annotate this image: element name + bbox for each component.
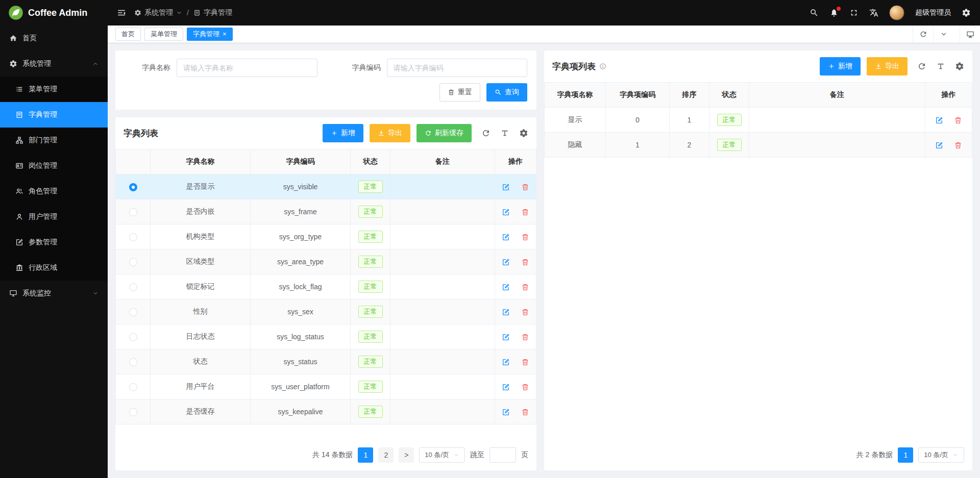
sidebar-item-menu-mgmt[interactable]: 菜单管理 bbox=[0, 77, 108, 102]
edit-icon[interactable] bbox=[502, 233, 510, 241]
column-settings-icon[interactable] bbox=[519, 129, 528, 138]
edit-icon[interactable] bbox=[502, 408, 510, 416]
row-radio[interactable] bbox=[129, 408, 137, 416]
refresh-icon[interactable] bbox=[481, 129, 491, 138]
page-size-select[interactable]: 10 条/页 bbox=[419, 447, 465, 463]
dict-table-row[interactable]: 用户平台 sys_user_platform 正常 bbox=[116, 374, 536, 399]
export-dict-item-button[interactable]: 导出 bbox=[867, 57, 908, 76]
row-radio[interactable] bbox=[129, 358, 137, 366]
translate-icon[interactable] bbox=[869, 8, 878, 17]
edit-icon[interactable] bbox=[502, 358, 510, 366]
delete-icon[interactable] bbox=[521, 208, 529, 216]
delete-icon[interactable] bbox=[521, 383, 529, 391]
sidebar-item-home[interactable]: 首页 bbox=[0, 26, 108, 51]
breadcrumb-system-mgmt[interactable]: 系统管理 bbox=[134, 8, 182, 17]
chevron-down-icon bbox=[453, 452, 459, 458]
sidebar-item-role-mgmt[interactable]: 角色管理 bbox=[0, 179, 108, 204]
settings-icon[interactable] bbox=[962, 8, 971, 17]
username[interactable]: 超级管理员 bbox=[915, 8, 951, 17]
font-size-icon[interactable] bbox=[936, 62, 945, 71]
sidebar-item-user-mgmt[interactable]: 用户管理 bbox=[0, 204, 108, 230]
sidebar-item-system-mgmt[interactable]: 系统管理 bbox=[0, 51, 108, 77]
jump-page-input[interactable] bbox=[489, 447, 516, 463]
dict-table-row[interactable]: 是否缓存 sys_keepalive 正常 bbox=[116, 399, 536, 424]
dict-item-row[interactable]: 显示 0 1 正常 bbox=[545, 108, 972, 133]
page-size-select[interactable]: 10 条/页 bbox=[918, 447, 964, 463]
sidebar-item-post-mgmt[interactable]: 岗位管理 bbox=[0, 153, 108, 179]
delete-icon[interactable] bbox=[521, 408, 529, 416]
reset-button[interactable]: 重置 bbox=[439, 83, 480, 102]
sidebar-item-system-monitor[interactable]: 系统监控 bbox=[0, 281, 108, 306]
row-radio[interactable] bbox=[129, 183, 137, 191]
font-size-icon[interactable] bbox=[500, 129, 509, 138]
dict-name-input[interactable] bbox=[177, 59, 317, 77]
sidebar-item-region-mgmt[interactable]: 行政区域 bbox=[0, 255, 108, 281]
edit-icon[interactable] bbox=[502, 333, 510, 341]
edit-icon[interactable] bbox=[502, 283, 510, 291]
dict-table-row[interactable]: 状态 sys_status 正常 bbox=[116, 349, 536, 374]
delete-icon[interactable] bbox=[521, 308, 529, 316]
dict-code-input[interactable] bbox=[387, 59, 528, 77]
dict-code-cell: sys_frame bbox=[251, 199, 351, 224]
dict-table-row[interactable]: 性别 sys_sex 正常 bbox=[116, 299, 536, 324]
row-radio[interactable] bbox=[129, 383, 137, 391]
sidebar-item-dept-mgmt[interactable]: 部门管理 bbox=[0, 128, 108, 153]
delete-icon[interactable] bbox=[954, 116, 962, 124]
close-tab-icon[interactable]: × bbox=[223, 31, 227, 37]
info-icon[interactable] bbox=[599, 63, 606, 70]
next-page-button[interactable]: > bbox=[399, 447, 414, 463]
delete-icon[interactable] bbox=[521, 233, 529, 241]
sidebar-item-dict-mgmt[interactable]: 字典管理 bbox=[0, 102, 108, 128]
page-1-button[interactable]: 1 bbox=[358, 447, 373, 463]
refresh-cache-button[interactable]: 刷新缓存 bbox=[416, 124, 472, 142]
delete-icon[interactable] bbox=[954, 141, 962, 149]
row-radio[interactable] bbox=[129, 283, 137, 291]
page-2-button[interactable]: 2 bbox=[378, 447, 394, 463]
delete-icon[interactable] bbox=[521, 258, 529, 266]
row-radio[interactable] bbox=[129, 333, 137, 341]
edit-icon[interactable] bbox=[502, 308, 510, 316]
delete-icon[interactable] bbox=[521, 358, 529, 366]
fullscreen-icon[interactable] bbox=[849, 8, 859, 17]
page-1-button[interactable]: 1 bbox=[898, 447, 913, 463]
delete-icon[interactable] bbox=[521, 283, 529, 291]
dict-item-row[interactable]: 隐藏 1 2 正常 bbox=[545, 133, 972, 158]
query-button[interactable]: 查询 bbox=[486, 83, 527, 102]
row-radio[interactable] bbox=[129, 208, 137, 216]
add-dict-item-button[interactable]: 新增 bbox=[820, 57, 861, 76]
dict-table-row[interactable]: 是否显示 sys_visible 正常 bbox=[116, 174, 536, 199]
search-icon[interactable] bbox=[810, 8, 819, 17]
dict-table-row[interactable]: 日志状态 sys_log_status 正常 bbox=[116, 324, 536, 349]
tab-menu-mgmt[interactable]: 菜单管理 bbox=[144, 28, 183, 41]
content-fullscreen-icon[interactable] bbox=[960, 26, 980, 42]
collapse-sidebar-icon[interactable] bbox=[117, 8, 126, 17]
gear-icon bbox=[134, 9, 141, 16]
add-dict-button[interactable]: 新增 bbox=[323, 124, 363, 142]
sidebar-item-param-mgmt[interactable]: 参数管理 bbox=[0, 230, 108, 255]
avatar[interactable] bbox=[889, 5, 904, 20]
dict-table-row[interactable]: 区域类型 sys_area_type 正常 bbox=[116, 249, 536, 274]
edit-icon[interactable] bbox=[502, 208, 510, 216]
row-radio[interactable] bbox=[129, 258, 137, 266]
delete-icon[interactable] bbox=[521, 183, 529, 191]
dict-name-cell: 是否内嵌 bbox=[151, 199, 251, 224]
refresh-tab-icon[interactable] bbox=[913, 26, 933, 42]
tab-dict-mgmt[interactable]: 字典管理 × bbox=[187, 28, 233, 41]
dict-table-row[interactable]: 锁定标记 sys_lock_flag 正常 bbox=[116, 274, 536, 299]
dict-table-row[interactable]: 是否内嵌 sys_frame 正常 bbox=[116, 199, 536, 224]
edit-icon[interactable] bbox=[502, 183, 510, 191]
dict-table-row[interactable]: 机构类型 sys_org_type 正常 bbox=[116, 224, 536, 249]
tab-actions-chevron-icon[interactable] bbox=[933, 26, 953, 42]
edit-icon[interactable] bbox=[935, 116, 943, 124]
edit-icon[interactable] bbox=[502, 258, 510, 266]
bell-icon[interactable] bbox=[829, 8, 839, 17]
column-settings-icon[interactable] bbox=[955, 62, 964, 71]
tab-home[interactable]: 首页 bbox=[115, 28, 141, 41]
row-radio[interactable] bbox=[129, 233, 137, 241]
edit-icon[interactable] bbox=[502, 383, 510, 391]
export-dict-button[interactable]: 导出 bbox=[370, 124, 410, 142]
edit-icon[interactable] bbox=[935, 141, 943, 149]
delete-icon[interactable] bbox=[521, 333, 529, 341]
refresh-icon[interactable] bbox=[917, 62, 926, 71]
row-radio[interactable] bbox=[129, 308, 137, 316]
